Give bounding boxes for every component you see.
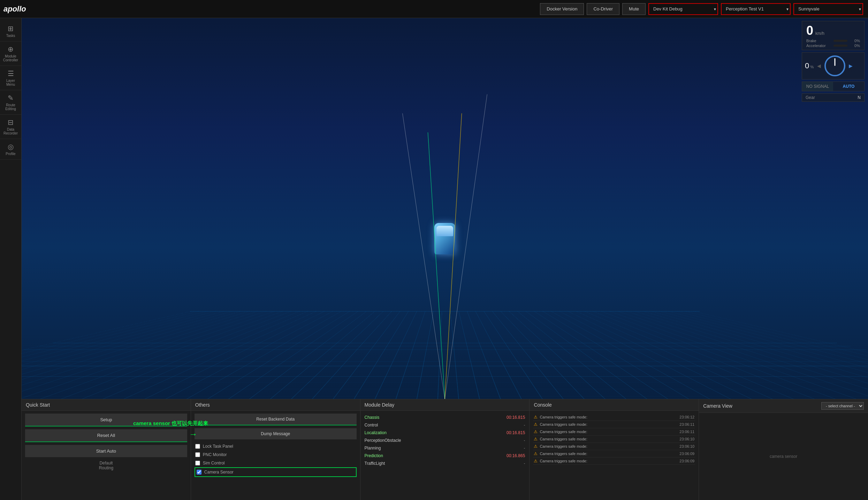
sidebar-item-layer-label: Layer Menu (6, 79, 15, 86)
console-row: ⚠Camera triggers safe mode:23:06:12 (533, 414, 695, 421)
delay-name: Prediction (365, 453, 383, 458)
sidebar-item-profile[interactable]: ◎ Profile (0, 139, 21, 160)
console-row: ⚠Camera triggers safe mode:23:06:10 (533, 443, 695, 450)
no-signal-indicator: NO SIGNAL (802, 82, 833, 91)
car-container (434, 223, 455, 254)
module-controller-icon: ⊕ (8, 45, 14, 53)
sidebar-item-module-label: Module Controller (3, 54, 18, 62)
dump-message-button[interactable]: Dump Message (195, 428, 357, 439)
console-msg: Camera triggers safe mode: (540, 422, 587, 426)
delay-row: Control- (364, 421, 526, 429)
pnc-monitor-checkbox[interactable] (195, 452, 200, 457)
delay-row: PerceptionObstacle- (364, 437, 526, 444)
module-delay-content: Chassis00:16.815Control-Localization00:1… (360, 411, 530, 500)
console-time: 23:06:09 (679, 452, 694, 456)
delay-value: 00:16.865 (507, 453, 525, 458)
console-time: 23:06:11 (679, 430, 694, 434)
data-recorder-icon: ⊟ (8, 118, 14, 126)
camera-view-title: Camera View (703, 403, 732, 409)
console-panel: Console ⚠Camera triggers safe mode:23:06… (530, 399, 699, 500)
console-row: ⚠Camera triggers safe mode:23:06:11 (533, 421, 695, 428)
sidebar-item-layer-menu[interactable]: ☰ Layer Menu (0, 66, 21, 90)
mute-button[interactable]: Mute (622, 3, 646, 15)
camera-sensor-checkbox[interactable] (197, 470, 201, 475)
route-editing-icon: ✎ (8, 94, 14, 102)
delay-name: TrafficLight (365, 461, 385, 466)
warn-icon: ⚠ (534, 444, 538, 449)
camera-view-panel: Camera View - select channel - camera se… (699, 399, 868, 500)
auto-indicator[interactable]: AUTO (833, 82, 864, 91)
brake-gauge-row: Brake 0% (806, 39, 860, 43)
console-msg: Camera triggers safe mode: (540, 430, 587, 434)
lock-task-panel-row: Lock Task Panel (195, 442, 357, 451)
others-content: Reset Backend Data Dump Message Lock Tas… (191, 411, 360, 500)
others-header: Others (191, 399, 360, 411)
warn-icon: ⚠ (534, 459, 538, 463)
layer-menu-icon: ☰ (8, 69, 14, 78)
delay-value: - (524, 423, 525, 428)
location-dropdown[interactable]: Sunnyvale (793, 3, 863, 15)
sidebar-item-data-label: Data Recorder (3, 128, 18, 135)
co-driver-button[interactable]: Co-Driver (587, 3, 619, 15)
speed-value: 0 (806, 23, 813, 38)
docker-version-button[interactable]: Docker Version (540, 3, 584, 15)
steering-needle (835, 58, 836, 66)
warn-icon: ⚠ (534, 437, 538, 441)
pnc-monitor-label: PNC Monitor (203, 452, 227, 457)
console-time: 23:06:11 (679, 422, 694, 426)
delay-value: - (524, 438, 525, 443)
header: apollo Docker Version Co-Driver Mute Dev… (0, 0, 868, 18)
main-layout: ⊞ Tasks ⊕ Module Controller ☰ Layer Menu… (0, 18, 868, 500)
profile-dropdown[interactable]: Perception Test V1 (721, 3, 791, 15)
delay-value: - (524, 461, 525, 466)
camera-sensor-label: Camera Sensor (204, 470, 234, 475)
brake-label: Brake (806, 39, 831, 43)
warn-icon: ⚠ (534, 429, 538, 434)
mode-dropdown[interactable]: Dev Kit Debug (648, 3, 718, 15)
console-row: ⚠Camera triggers safe mode:23:06:09 (533, 457, 695, 465)
delay-value: - (524, 446, 525, 451)
logo: apollo (3, 5, 26, 14)
lock-task-label: Lock Task Panel (203, 444, 233, 449)
delay-name: Planning (365, 446, 381, 451)
setup-button[interactable]: Setup (25, 414, 187, 426)
steering-pct: 0 (805, 61, 809, 70)
console-msg: Camera triggers safe mode: (540, 437, 587, 441)
delay-name: Chassis (365, 415, 380, 420)
reset-all-button[interactable]: Reset All (25, 429, 187, 442)
sidebar-item-tasks[interactable]: ⊞ Tasks (0, 21, 21, 41)
delay-row: TrafficLight- (364, 460, 526, 467)
console-row: ⚠Camera triggers safe mode:23:06:09 (533, 450, 695, 457)
camera-sensor-text: camera sensor (770, 454, 797, 459)
start-auto-button[interactable]: Start Auto (25, 445, 187, 457)
channel-select[interactable]: - select channel - (821, 402, 864, 410)
others-panel: Others Reset Backend Data Dump Message L… (191, 399, 360, 500)
reset-backend-button[interactable]: Reset Backend Data (195, 414, 357, 425)
gear-value: N (858, 95, 861, 100)
tasks-icon: ⊞ (8, 24, 14, 33)
sidebar-item-route-editing[interactable]: ✎ Route Editing (0, 90, 21, 115)
signal-panel: NO SIGNAL AUTO (802, 82, 865, 91)
sidebar-item-route-label: Route Editing (5, 103, 16, 111)
console-time: 23:06:12 (679, 415, 694, 419)
sim-control-checkbox[interactable] (195, 461, 200, 466)
content: 0 km/h Brake 0% Accelerator 0% (22, 18, 868, 500)
steering-panel: 0 % ◀ ▶ (802, 52, 865, 79)
sidebar-item-data-recorder[interactable]: ⊟ Data Recorder (0, 115, 21, 139)
console-msg: Camera triggers safe mode: (540, 459, 587, 463)
module-delay-header: Module Delay (360, 399, 530, 411)
quick-start-header: Quick Start (22, 399, 191, 411)
sidebar-item-module-controller[interactable]: ⊕ Module Controller (0, 41, 21, 66)
accel-value: 0% (850, 44, 860, 48)
steering-left-arrow: ◀ (817, 63, 821, 69)
pnc-monitor-row: PNC Monitor (195, 451, 357, 459)
lock-task-checkbox[interactable] (195, 444, 200, 449)
camera-sensor-row[interactable]: Camera Sensor (195, 467, 357, 477)
viewport[interactable]: 0 km/h Brake 0% Accelerator 0% (22, 18, 868, 399)
gear-label: Gear (806, 95, 815, 100)
delay-row: Chassis00:16.815 (364, 414, 526, 421)
delay-name: PerceptionObstacle (365, 438, 401, 443)
accel-bar (833, 45, 847, 47)
sim-control-label: Sim Control (203, 461, 225, 466)
routing-label: Default Routing (25, 461, 187, 470)
